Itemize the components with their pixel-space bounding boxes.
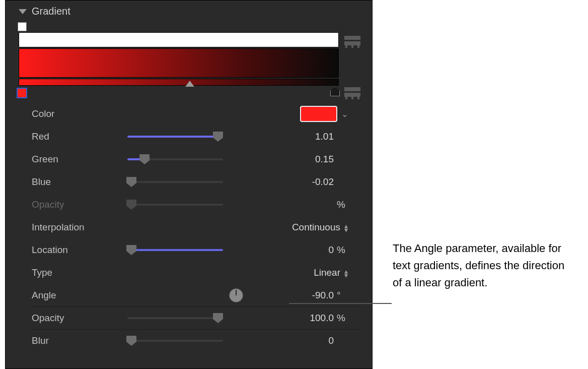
green-value[interactable]: 0.15 bbox=[304, 154, 334, 165]
opacity-stop-handle[interactable] bbox=[18, 22, 27, 31]
opacity-rgb-label: Opacity bbox=[32, 199, 127, 210]
distribute-color-stops-button[interactable] bbox=[344, 87, 361, 100]
green-slider[interactable] bbox=[127, 155, 223, 164]
slider-thumb-icon[interactable] bbox=[213, 132, 223, 142]
param-row-opacity-rgb: Opacity % bbox=[32, 193, 361, 216]
slider-thumb-icon bbox=[126, 200, 136, 210]
param-row-green: Green 0.15 bbox=[32, 148, 361, 170]
opacity-rgb-unit: % bbox=[337, 199, 348, 210]
svg-rect-1 bbox=[344, 41, 360, 45]
red-value[interactable]: 1.01 bbox=[304, 131, 334, 142]
angle-dial[interactable] bbox=[229, 288, 243, 302]
callout-text: The Angle parameter, available for text … bbox=[393, 240, 574, 291]
location-unit: % bbox=[337, 244, 348, 256]
slider-thumb-icon[interactable] bbox=[126, 177, 136, 187]
midpoint-handle-icon[interactable] bbox=[185, 81, 194, 87]
param-row-color: Color ⌄ bbox=[32, 102, 361, 125]
opacity-gradient-bar[interactable] bbox=[19, 32, 339, 47]
gradient-section-header[interactable]: Gradient bbox=[6, 1, 372, 20]
slider-thumb-icon[interactable] bbox=[213, 313, 223, 323]
popup-arrows-icon[interactable]: ▴▾ bbox=[344, 269, 348, 277]
opacity-slider[interactable] bbox=[127, 314, 223, 323]
slider-thumb-icon[interactable] bbox=[126, 245, 136, 255]
param-row-opacity: Opacity 100.0% bbox=[32, 306, 361, 329]
color-well[interactable] bbox=[300, 106, 337, 122]
angle-unit: ° bbox=[337, 290, 348, 301]
param-row-red: Red 1.01 bbox=[32, 125, 361, 148]
svg-rect-7 bbox=[345, 97, 347, 99]
chevron-down-icon[interactable]: ⌄ bbox=[341, 109, 348, 119]
param-row-location: Location 0% bbox=[32, 238, 361, 261]
svg-rect-6 bbox=[344, 93, 360, 97]
svg-rect-9 bbox=[357, 97, 359, 99]
gradient-editor bbox=[17, 22, 361, 100]
param-row-type: Type Linear ▴▾ bbox=[32, 261, 361, 284]
color-stop-left[interactable] bbox=[17, 88, 27, 98]
param-row-interpolation: Interpolation Continuous ▴▾ bbox=[32, 216, 361, 238]
location-value[interactable]: 0 bbox=[304, 244, 334, 256]
opacity-value[interactable]: 100.0 bbox=[304, 313, 334, 324]
gradient-stops-track[interactable] bbox=[19, 79, 339, 86]
location-slider[interactable] bbox=[127, 245, 223, 255]
callout-line bbox=[289, 303, 392, 304]
svg-rect-2 bbox=[345, 45, 347, 48]
svg-rect-3 bbox=[351, 45, 353, 48]
blue-slider[interactable] bbox=[127, 177, 223, 187]
blur-value[interactable]: 0 bbox=[304, 335, 334, 346]
opacity-rgb-slider bbox=[127, 200, 223, 209]
svg-rect-5 bbox=[344, 87, 360, 91]
section-title: Gradient bbox=[32, 6, 70, 17]
blur-label: Blur bbox=[32, 335, 127, 346]
color-label: Color bbox=[32, 108, 127, 119]
blue-label: Blue bbox=[32, 176, 127, 188]
interpolation-label: Interpolation bbox=[32, 222, 127, 233]
green-label: Green bbox=[32, 154, 127, 165]
svg-rect-0 bbox=[344, 36, 360, 40]
interpolation-popup[interactable]: Continuous bbox=[292, 222, 340, 233]
red-label: Red bbox=[32, 131, 127, 142]
blur-slider[interactable] bbox=[127, 336, 223, 345]
color-stop-right[interactable] bbox=[330, 87, 340, 96]
angle-value[interactable]: -90.0 bbox=[304, 290, 334, 301]
location-label: Location bbox=[32, 244, 127, 256]
angle-label: Angle bbox=[32, 290, 127, 301]
slider-thumb-icon[interactable] bbox=[139, 154, 150, 164]
popup-arrows-icon[interactable]: ▴▾ bbox=[344, 223, 348, 231]
disclosure-triangle-icon[interactable] bbox=[19, 9, 27, 14]
type-popup[interactable]: Linear bbox=[314, 267, 340, 278]
red-slider[interactable] bbox=[127, 132, 223, 141]
type-label: Type bbox=[32, 267, 127, 278]
param-row-blur: Blur 0 bbox=[32, 329, 361, 352]
svg-rect-4 bbox=[357, 45, 359, 48]
blue-value[interactable]: -0.02 bbox=[304, 176, 334, 188]
svg-rect-8 bbox=[351, 97, 353, 99]
param-row-blue: Blue -0.02 bbox=[32, 170, 361, 193]
opacity-label: Opacity bbox=[32, 313, 127, 324]
opacity-unit: % bbox=[337, 313, 348, 324]
distribute-opacity-stops-button[interactable] bbox=[344, 35, 361, 48]
slider-thumb-icon[interactable] bbox=[126, 336, 136, 346]
inspector-panel: Gradient Color ⌄ bbox=[5, 0, 373, 369]
color-gradient-bar[interactable] bbox=[19, 48, 339, 78]
